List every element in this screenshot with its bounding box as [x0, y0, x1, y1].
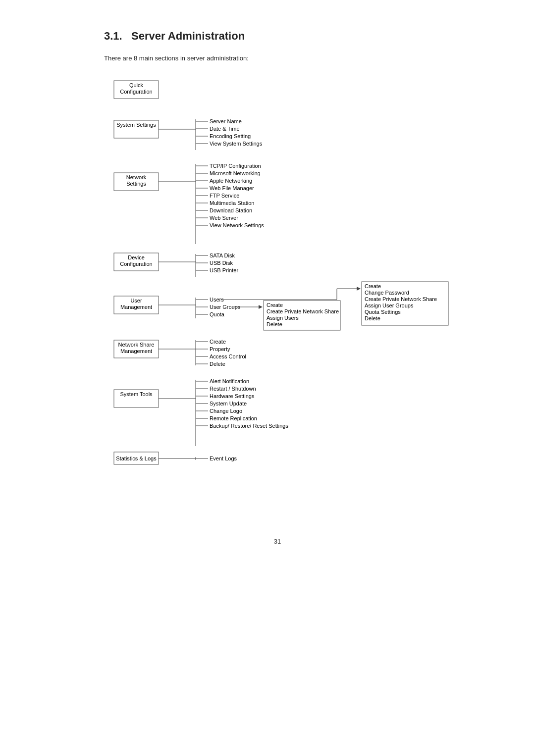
svg-text:Quota: Quota — [210, 311, 225, 317]
svg-text:Statistics & Logs: Statistics & Logs — [116, 455, 157, 461]
svg-text:Create Private Network Share: Create Private Network Share — [365, 296, 437, 302]
svg-text:Configuration: Configuration — [120, 89, 152, 95]
svg-text:System Settings: System Settings — [116, 122, 156, 128]
svg-text:Encoding Setting: Encoding Setting — [210, 133, 251, 139]
page: 3.1. Server Administration There are 8 m… — [64, 0, 471, 585]
svg-text:Access Control: Access Control — [210, 353, 246, 359]
svg-text:Create: Create — [267, 302, 283, 308]
svg-text:Date & Time: Date & Time — [210, 126, 240, 132]
svg-text:Server Name: Server Name — [210, 118, 242, 124]
intro-text: There are 8 main sections in server admi… — [104, 54, 451, 62]
admin-diagram: Quick Configuration System Settings Serv… — [109, 76, 446, 506]
svg-text:Create: Create — [365, 283, 381, 289]
svg-text:System Update: System Update — [210, 401, 247, 406]
svg-text:Hardware Settings: Hardware Settings — [210, 393, 255, 399]
svg-marker-70 — [357, 287, 361, 291]
svg-text:Event Logs: Event Logs — [210, 455, 237, 461]
svg-text:System Tools: System Tools — [120, 391, 153, 397]
svg-text:Delete: Delete — [210, 361, 225, 367]
svg-text:Assign User Groups: Assign User Groups — [365, 302, 414, 308]
svg-text:Microsoft Networking: Microsoft Networking — [210, 170, 261, 176]
svg-text:View Network Settings: View Network Settings — [210, 222, 264, 228]
svg-marker-59 — [259, 305, 263, 309]
svg-text:Restart / Shutdown: Restart / Shutdown — [210, 386, 256, 392]
svg-text:Property: Property — [210, 346, 230, 352]
svg-text:Quick: Quick — [129, 82, 144, 88]
svg-text:Configuration: Configuration — [120, 261, 152, 267]
svg-text:View System Settings: View System Settings — [210, 141, 263, 147]
svg-text:Network: Network — [126, 174, 147, 180]
svg-text:Network Share: Network Share — [118, 342, 155, 348]
svg-text:Delete: Delete — [365, 315, 380, 321]
svg-text:Settings: Settings — [126, 181, 146, 187]
svg-text:SATA Disk: SATA Disk — [210, 252, 235, 258]
svg-text:Assign Users: Assign Users — [267, 315, 299, 321]
svg-text:Backup/ Restore/ Reset Setting: Backup/ Restore/ Reset Settings — [210, 423, 288, 429]
svg-text:Alert Notification: Alert Notification — [210, 378, 249, 384]
svg-text:Change Logo: Change Logo — [210, 408, 242, 414]
svg-text:Remote Replication: Remote Replication — [210, 415, 257, 421]
svg-text:TCP/IP Configuration: TCP/IP Configuration — [210, 163, 261, 169]
svg-text:Apple Networking: Apple Networking — [210, 178, 252, 184]
svg-text:Delete: Delete — [267, 321, 282, 327]
svg-text:Create Private Network Share: Create Private Network Share — [267, 308, 339, 314]
svg-text:Device: Device — [128, 254, 145, 260]
svg-text:USB Disk: USB Disk — [210, 260, 233, 266]
svg-text:Multimedia Station: Multimedia Station — [210, 200, 255, 206]
svg-text:Change Password: Change Password — [365, 290, 409, 296]
svg-text:Management: Management — [120, 304, 152, 310]
svg-text:Web File Manager: Web File Manager — [210, 185, 254, 191]
svg-text:User: User — [130, 298, 142, 303]
svg-text:Download Station: Download Station — [210, 207, 252, 213]
page-number: 31 — [104, 538, 451, 545]
svg-text:USB Printer: USB Printer — [210, 267, 238, 273]
svg-text:Management: Management — [120, 348, 152, 354]
section-heading: 3.1. Server Administration — [104, 30, 451, 43]
svg-text:FTP Service: FTP Service — [210, 193, 239, 199]
svg-text:Web Server: Web Server — [210, 215, 238, 221]
svg-text:Quota Settings: Quota Settings — [365, 309, 401, 315]
svg-text:Create: Create — [210, 339, 226, 345]
